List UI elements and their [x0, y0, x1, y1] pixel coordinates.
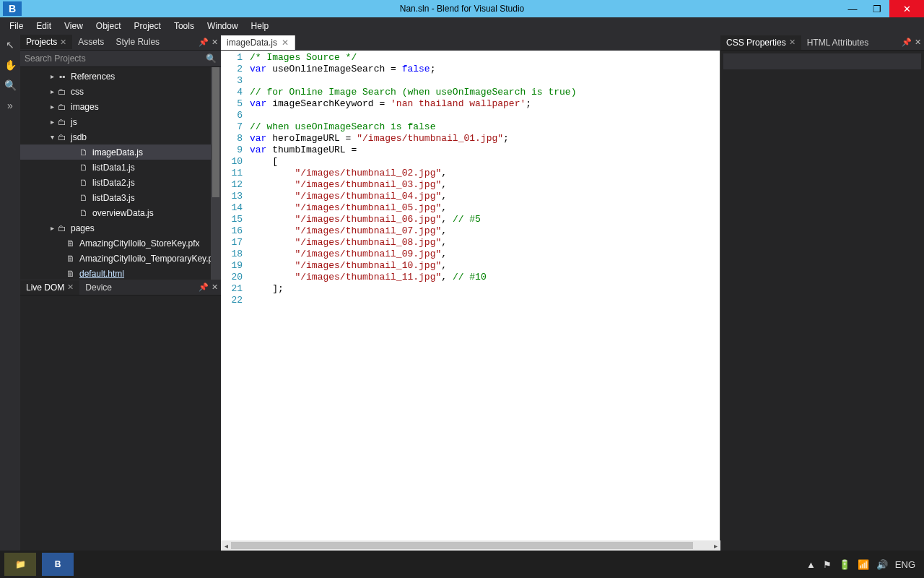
menu-window[interactable]: Window	[201, 20, 245, 33]
tray-sound-icon[interactable]: 🔊	[876, 559, 888, 570]
editor-tab-label: imageData.js	[227, 38, 277, 48]
chevron-right-icon[interactable]: ▸	[48, 118, 56, 126]
panel-close-icon[interactable]: ✕	[212, 38, 218, 47]
scroll-left-icon[interactable]: ◂	[221, 540, 231, 551]
jsfile-icon: 🗋	[78, 193, 90, 203]
toolstrip: ↖ ✋ 🔍 »	[0, 35, 20, 551]
editor-tab-imagedata[interactable]: imageData.js ✕	[221, 35, 295, 50]
scrollbar-thumb[interactable]	[231, 542, 693, 549]
close-icon[interactable]: ✕	[60, 38, 66, 47]
scrollbar-thumb[interactable]	[212, 67, 219, 197]
close-button[interactable]: ✕	[889, 0, 924, 17]
pin-icon[interactable]: 📌	[199, 282, 209, 292]
tree-jsdb[interactable]: ▾🗀jsdb	[20, 129, 221, 144]
css-property-input[interactable]	[723, 53, 921, 69]
jsfile-icon: 🗋	[78, 178, 90, 188]
references-icon: ▪▪	[56, 72, 68, 82]
tab-css-label: CSS Properties	[726, 38, 786, 48]
tree-tempkey[interactable]: 🗎AmazingCityIloilo_TemporaryKey.pfx	[20, 251, 221, 266]
menu-view[interactable]: View	[58, 20, 90, 33]
tree-imagedata[interactable]: 🗋imageData.js	[20, 144, 221, 160]
chevron-down-icon[interactable]: ▾	[48, 133, 56, 141]
cursor-tool-icon[interactable]: ↖	[3, 38, 17, 52]
maximize-button[interactable]: ❐	[865, 0, 889, 17]
tab-stylerules[interactable]: Style Rules	[110, 35, 165, 49]
menu-edit[interactable]: Edit	[30, 20, 58, 33]
cert-icon: 🗎	[65, 254, 77, 264]
window-title: Nan.sln - Blend for Visual Studio	[0, 4, 924, 14]
minimize-button[interactable]: —	[840, 0, 865, 17]
tray-battery-icon[interactable]: 🔋	[839, 559, 850, 570]
tab-projects[interactable]: Projects ✕	[20, 35, 72, 49]
tree-listdata1[interactable]: 🗋listData1.js	[20, 160, 221, 175]
line-gutter: 12345678910111213141516171819202122	[221, 51, 247, 540]
folder-icon: 🗀	[56, 87, 68, 97]
panel-close-icon[interactable]: ✕	[915, 38, 921, 47]
chevron-right-icon[interactable]: ▸	[48, 87, 56, 95]
chevron-right-icon[interactable]: ▸	[48, 103, 56, 111]
search-icon[interactable]: 🔍	[206, 53, 217, 64]
tray-language[interactable]: ENG	[895, 559, 915, 570]
code-editor[interactable]: 12345678910111213141516171819202122 /* I…	[221, 51, 720, 540]
taskbar: 📁 B ▲ ⚑ 🔋 📶 🔊 ENG	[0, 551, 924, 578]
chevron-right-icon[interactable]: ▸	[48, 224, 56, 232]
menu-tools[interactable]: Tools	[167, 20, 201, 33]
jsfile-icon: 🗋	[78, 208, 90, 218]
menubar: File Edit View Object Project Tools Wind…	[0, 17, 924, 35]
menu-file[interactable]: File	[3, 20, 30, 33]
livedom-body	[20, 296, 221, 551]
folder-icon: 🗀	[56, 117, 68, 127]
chevron-right-icon[interactable]: ▸	[48, 72, 56, 80]
tree-scrollbar[interactable]	[211, 67, 221, 280]
code-content[interactable]: /* Images Source */var useOnlineImageSea…	[247, 51, 720, 540]
tree-pages[interactable]: ▸🗀pages	[20, 220, 221, 236]
jsfile-icon: 🗋	[78, 163, 90, 173]
projects-tabbar: Projects ✕ Assets Style Rules 📌 ✕	[20, 35, 221, 51]
hand-tool-icon[interactable]: ✋	[3, 58, 17, 72]
tree-storekey[interactable]: 🗎AmazingCityIloilo_StoreKey.pfx	[20, 236, 221, 251]
livedom-panel: Live DOM ✕ Device 📌 ✕	[20, 280, 221, 551]
livedom-tabbar: Live DOM ✕ Device 📌 ✕	[20, 280, 221, 296]
cert-icon: 🗎	[65, 238, 77, 249]
close-icon[interactable]: ✕	[789, 38, 796, 47]
tab-livedom-label: Live DOM	[26, 282, 64, 293]
close-icon[interactable]: ✕	[67, 282, 74, 292]
taskbar-explorer[interactable]: 📁	[4, 553, 36, 576]
right-column: CSS Properties ✕ HTML Attributes 📌 ✕	[720, 35, 924, 551]
panel-close-icon[interactable]: ✕	[212, 282, 218, 292]
titlebar: B Nan.sln - Blend for Visual Studio — ❐ …	[0, 0, 924, 17]
menu-object[interactable]: Object	[90, 20, 128, 33]
more-tools-icon[interactable]: »	[3, 98, 17, 113]
jsfile-icon: 🗋	[78, 147, 90, 158]
editor-hscrollbar[interactable]: ◂ ▸	[221, 540, 720, 551]
tree-js[interactable]: ▸🗀js	[20, 114, 221, 129]
tab-assets[interactable]: Assets	[72, 35, 110, 49]
tree-overviewdata[interactable]: 🗋overviewData.js	[20, 205, 221, 220]
tab-html-attributes[interactable]: HTML Attributes	[801, 35, 875, 50]
tree-listdata3[interactable]: 🗋listData3.js	[20, 190, 221, 205]
pin-icon[interactable]: 📌	[902, 38, 912, 47]
editor-tabbar: imageData.js ✕	[221, 35, 720, 51]
tree-listdata2[interactable]: 🗋listData2.js	[20, 175, 221, 190]
tray-up-icon[interactable]: ▲	[806, 559, 816, 570]
tree-images[interactable]: ▸🗀images	[20, 99, 221, 114]
scroll-right-icon[interactable]: ▸	[710, 540, 720, 551]
tab-projects-label: Projects	[26, 37, 57, 47]
tree-defaulthtml[interactable]: 🗎default.html	[20, 266, 221, 280]
search-placeholder: Search Projects	[25, 53, 86, 64]
app-logo: B	[3, 1, 22, 16]
menu-project[interactable]: Project	[128, 20, 167, 33]
taskbar-blend[interactable]: B	[42, 553, 74, 576]
search-tool-icon[interactable]: 🔍	[3, 78, 17, 92]
tab-livedom[interactable]: Live DOM ✕	[20, 280, 79, 295]
menu-help[interactable]: Help	[245, 20, 276, 33]
tray-signal-icon[interactable]: 📶	[858, 559, 869, 570]
tab-css-properties[interactable]: CSS Properties ✕	[720, 35, 801, 50]
pin-icon[interactable]: 📌	[199, 38, 209, 47]
tree-references[interactable]: ▸▪▪References	[20, 69, 221, 84]
tree-css[interactable]: ▸🗀css	[20, 84, 221, 99]
tab-device[interactable]: Device	[79, 280, 118, 295]
search-projects[interactable]: Search Projects 🔍	[20, 51, 221, 68]
close-icon[interactable]: ✕	[282, 38, 289, 48]
tray-flag-icon[interactable]: ⚑	[823, 559, 832, 570]
